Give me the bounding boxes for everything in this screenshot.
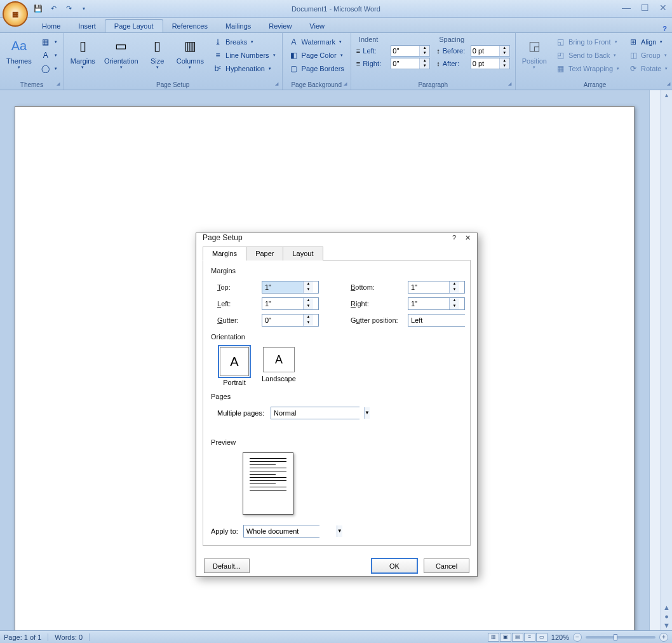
group-page-setup: ▯Margins▾ ▭Orientation▾ ▯Size▾ ▥Columns▾… bbox=[64, 33, 283, 90]
default-button[interactable]: Default... bbox=[204, 558, 250, 573]
maximize-button[interactable]: ☐ bbox=[641, 3, 649, 13]
indent-left-input[interactable]: ▲▼ bbox=[391, 45, 430, 57]
input-left[interactable]: ▲▼ bbox=[262, 297, 319, 310]
group-label-themes: Themes bbox=[3, 80, 61, 90]
tab-mailings[interactable]: Mailings bbox=[217, 20, 260, 32]
qat-customize-icon[interactable]: ▾ bbox=[79, 4, 89, 14]
undo-icon[interactable]: ↶ bbox=[48, 4, 58, 14]
spacing-before-icon: ↕ bbox=[436, 47, 440, 55]
themes-button[interactable]: Aa Themes ▾ bbox=[3, 34, 36, 71]
dialog-titlebar[interactable]: Page Setup ? ✕ bbox=[196, 233, 477, 242]
ok-button[interactable]: OK bbox=[372, 558, 417, 573]
dialog-title-text: Page Setup bbox=[203, 233, 243, 242]
theme-colors-button[interactable]: ▦▾ bbox=[38, 36, 60, 48]
rotate-icon: ⟳ bbox=[628, 64, 638, 74]
input-apply-to[interactable]: ▼ bbox=[243, 525, 319, 538]
view-web-layout-icon[interactable]: ▤ bbox=[512, 633, 523, 642]
zoom-percent[interactable]: 120% bbox=[551, 633, 569, 641]
cancel-button[interactable]: Cancel bbox=[424, 558, 469, 573]
dlg-tab-paper[interactable]: Paper bbox=[246, 247, 283, 261]
bring-to-front-button[interactable]: ◱Bring to Front▾ bbox=[553, 36, 622, 48]
office-button[interactable]: ▦ bbox=[3, 1, 28, 27]
tab-home[interactable]: Home bbox=[33, 20, 69, 32]
dlg-tab-margins[interactable]: Margins bbox=[203, 247, 246, 261]
send-to-back-button[interactable]: ◰Send to Back▾ bbox=[553, 49, 622, 62]
spacing-before-input[interactable]: ▲▼ bbox=[471, 45, 510, 57]
input-gutter[interactable]: ▲▼ bbox=[262, 314, 319, 327]
browse-object-icon[interactable]: ● bbox=[664, 613, 669, 620]
chevron-down-icon[interactable]: ▼ bbox=[364, 407, 370, 419]
columns-button[interactable]: ▥Columns▾ bbox=[173, 34, 208, 71]
zoom-slider[interactable] bbox=[586, 636, 655, 639]
view-outline-icon[interactable]: ≡ bbox=[524, 633, 535, 642]
page-setup-dialog: Page Setup ? ✕ Margins Paper Layout Marg… bbox=[196, 233, 478, 577]
text-wrapping-button[interactable]: ▦Text Wrapping▾ bbox=[553, 62, 622, 75]
page-color-icon: ◧ bbox=[289, 50, 299, 60]
watermark-icon: A bbox=[289, 37, 299, 47]
breaks-button[interactable]: ⤓Breaks▾ bbox=[210, 36, 278, 48]
group-button[interactable]: ◫Group▾ bbox=[626, 49, 670, 62]
theme-effects-button[interactable]: ◯▾ bbox=[38, 62, 60, 75]
vertical-scrollbar[interactable]: ▲ ▲ ● ▼ bbox=[661, 90, 672, 630]
group-page-background: AWatermark▾ ◧Page Color▾ ▢Page Borders P… bbox=[283, 33, 351, 90]
theme-fonts-button[interactable]: A▾ bbox=[38, 49, 60, 62]
zoom-in-button[interactable]: + bbox=[659, 633, 668, 642]
chevron-down-icon[interactable]: ▼ bbox=[337, 525, 342, 537]
orientation-button[interactable]: ▭Orientation▾ bbox=[100, 34, 142, 71]
page-color-button[interactable]: ◧Page Color▾ bbox=[286, 49, 347, 62]
align-button[interactable]: ⊞Align▾ bbox=[626, 36, 670, 48]
size-button[interactable]: ▯Size▾ bbox=[144, 34, 171, 71]
input-gutter-pos[interactable]: ▼ bbox=[408, 314, 465, 327]
view-full-screen-icon[interactable]: ▣ bbox=[500, 633, 511, 642]
hyphenation-button[interactable]: bᶜHyphenation▾ bbox=[210, 62, 278, 75]
status-words[interactable]: Words: 0 bbox=[55, 633, 90, 641]
dialog-tabs: Margins Paper Layout bbox=[203, 246, 471, 261]
spacing-after-input[interactable]: ▲▼ bbox=[471, 58, 510, 69]
help-icon[interactable]: ? bbox=[657, 25, 672, 32]
line-numbers-icon: ≡ bbox=[213, 50, 223, 60]
preview-thumbnail bbox=[243, 452, 293, 515]
orientation-portrait[interactable]: A Portrait bbox=[220, 347, 249, 386]
dialog-help-icon[interactable]: ? bbox=[452, 234, 456, 242]
group-label-page-background: Page Background bbox=[285, 80, 348, 90]
indent-right-icon: ≡ bbox=[356, 60, 360, 67]
view-draft-icon[interactable]: ▭ bbox=[536, 633, 548, 642]
indent-right-input[interactable]: ▲▼ bbox=[391, 58, 430, 69]
next-page-icon[interactable]: ▼ bbox=[663, 621, 670, 629]
input-top[interactable]: ▲▼ bbox=[262, 281, 319, 294]
line-numbers-button[interactable]: ≡Line Numbers▾ bbox=[210, 49, 278, 62]
input-right[interactable]: ▲▼ bbox=[408, 297, 465, 310]
hyphenation-icon: bᶜ bbox=[213, 64, 223, 74]
position-icon: ◲ bbox=[524, 36, 544, 56]
margins-button[interactable]: ▯Margins▾ bbox=[67, 34, 99, 71]
page-borders-button[interactable]: ▢Page Borders bbox=[286, 62, 347, 75]
tab-insert[interactable]: Insert bbox=[69, 20, 105, 32]
watermark-button[interactable]: AWatermark▾ bbox=[286, 36, 347, 48]
minimize-button[interactable]: — bbox=[622, 3, 631, 13]
group-label-arrange: Arrange bbox=[518, 80, 672, 90]
indent-header: Indent bbox=[356, 34, 430, 44]
position-button[interactable]: ◲Position▾ bbox=[518, 34, 551, 71]
scroll-up-icon[interactable]: ▲ bbox=[664, 90, 669, 100]
dialog-close-icon[interactable]: ✕ bbox=[465, 234, 471, 242]
rotate-button[interactable]: ⟳Rotate▾ bbox=[626, 62, 670, 75]
view-print-layout-icon[interactable]: ▥ bbox=[488, 633, 499, 642]
input-bottom[interactable]: ▲▼ bbox=[408, 281, 465, 294]
label-left: Left: bbox=[217, 300, 262, 308]
save-icon[interactable]: 💾 bbox=[33, 4, 43, 14]
tab-page-layout[interactable]: Page Layout bbox=[105, 19, 163, 32]
breaks-icon: ⤓ bbox=[213, 37, 223, 47]
group-themes: Aa Themes ▾ ▦▾ A▾ ◯▾ Themes bbox=[0, 33, 64, 90]
tab-view[interactable]: View bbox=[300, 20, 333, 32]
prev-page-icon[interactable]: ▲ bbox=[663, 604, 670, 611]
zoom-out-button[interactable]: − bbox=[573, 633, 582, 642]
status-page[interactable]: Page: 1 of 1 bbox=[4, 633, 48, 641]
tab-review[interactable]: Review bbox=[260, 20, 300, 32]
dlg-tab-layout[interactable]: Layout bbox=[283, 247, 323, 261]
input-multiple-pages[interactable]: ▼ bbox=[271, 407, 360, 419]
redo-icon[interactable]: ↷ bbox=[64, 4, 74, 14]
close-button[interactable]: ✕ bbox=[659, 3, 667, 13]
label-right: Right: bbox=[351, 300, 408, 308]
tab-references[interactable]: References bbox=[163, 20, 217, 32]
orientation-landscape[interactable]: A Landscape bbox=[262, 347, 296, 386]
